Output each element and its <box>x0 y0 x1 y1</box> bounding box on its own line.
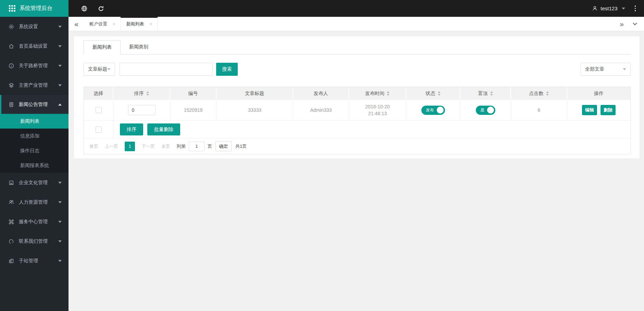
row-checkbox[interactable] <box>96 107 102 113</box>
page-first-link[interactable]: 首页 <box>89 143 98 149</box>
scroll-tabs-left-icon[interactable]: « <box>69 17 84 31</box>
refresh-icon[interactable] <box>98 5 104 12</box>
search-field-select[interactable]: 文章标题 <box>84 63 115 76</box>
close-tab-icon[interactable]: × <box>113 21 115 27</box>
window-tabbar: « 帐户设置 × 新闻列表 × » <box>69 17 644 31</box>
sort-arrows-icon[interactable] <box>387 91 389 96</box>
sidebar-item-system-settings[interactable]: 系统设置 <box>0 17 69 36</box>
table-row: 1520919 33333 Admin333 2018-10-20 21:48:… <box>84 100 630 121</box>
sidebar-item-about[interactable]: 关于路桥管理 <box>0 56 69 75</box>
chevron-down-icon <box>58 221 62 223</box>
goto-confirm-button[interactable]: 确定 <box>215 141 232 151</box>
bulk-actions-row: 排序 批量删除 <box>84 121 630 139</box>
info-icon <box>8 63 14 69</box>
close-tab-icon[interactable]: × <box>149 21 152 27</box>
sort-arrows-icon[interactable] <box>490 91 493 96</box>
username: test123 <box>600 5 617 11</box>
delete-button[interactable]: 删除 <box>600 105 616 115</box>
sidebar-item-service-center[interactable]: 服务中心管理 <box>0 212 69 231</box>
search-button[interactable]: 搜索 <box>216 63 238 76</box>
sort-arrows-icon[interactable] <box>438 91 441 96</box>
table-header-row: 选择 排序 编号 文章标题 发布人 发布时间 状态 置顶 点击数 操作 <box>84 87 630 100</box>
buildings-icon <box>8 258 14 264</box>
sidebar-item-industry[interactable]: 主营产业管理 <box>0 75 69 95</box>
user-menu[interactable]: test123 <box>592 5 625 11</box>
chevron-down-icon <box>58 65 62 67</box>
tab-list-dropdown-icon[interactable] <box>633 21 637 25</box>
goto-page-input[interactable] <box>189 142 205 151</box>
sidebar-subitem-info-add[interactable]: 信息添加 <box>0 129 69 143</box>
brand-header: 系统管理后台 <box>0 0 69 17</box>
publish-date: 2018-10-20 <box>365 103 390 110</box>
article-filter-select[interactable]: 全部文章 <box>581 63 631 76</box>
gear-icon <box>8 24 14 30</box>
headset-icon <box>8 238 14 244</box>
bulk-sort-button[interactable]: 排序 <box>120 123 143 135</box>
panel-tabs: 新闻列表 新闻类别 <box>84 40 631 55</box>
sidebar-item-label: 首页基础设置 <box>19 43 58 49</box>
sidebar-item-label: 新闻公告管理 <box>19 101 58 108</box>
more-menu-icon[interactable] <box>633 4 637 13</box>
sidebar-item-news-management[interactable]: 新闻公告管理 <box>0 95 69 114</box>
sort-arrows-icon[interactable] <box>146 91 149 96</box>
sort-arrows-icon[interactable] <box>546 91 549 96</box>
sidebar-subitem-news-report[interactable]: 新闻报表系统 <box>0 158 69 173</box>
col-header-pinned[interactable]: 置顶 <box>460 87 511 100</box>
sidebar-item-contact[interactable]: 联系我们管理 <box>0 231 69 251</box>
sidebar-nav: 系统设置 首页基础设置 关于路桥管理 主营产业管理 新闻公告管理 <box>0 17 69 311</box>
page-next-link[interactable]: 下一页 <box>141 143 155 149</box>
status-toggle-label: 发布 <box>426 107 434 113</box>
home-icon <box>8 43 14 49</box>
globe-icon[interactable] <box>81 5 88 12</box>
sidebar-subitem-operation-log[interactable]: 操作日志 <box>0 143 69 158</box>
sidebar-item-label: 系统设置 <box>19 24 58 30</box>
chevron-down-icon <box>623 68 626 70</box>
goto-prefix-label: 到第 <box>177 143 186 149</box>
sidebar-item-substation[interactable]: 子站管理 <box>0 251 69 271</box>
select-all-checkbox[interactable] <box>96 127 102 133</box>
sidebar-item-culture[interactable]: 企业文化管理 <box>0 173 69 192</box>
tab-account-settings[interactable]: 帐户设置 × <box>84 17 121 31</box>
sidebar-item-label: 子站管理 <box>19 258 58 264</box>
row-sort-input[interactable] <box>128 105 156 115</box>
status-toggle[interactable]: 发布 <box>421 106 445 115</box>
bulk-delete-button[interactable]: 批量删除 <box>147 123 180 135</box>
sidebar-subitem-news-list[interactable]: 新闻列表 <box>0 114 69 129</box>
panel-tab-label: 新闻类别 <box>129 44 148 49</box>
chevron-down-icon <box>58 260 62 262</box>
cell-publish-time: 2018-10-20 21:48:13 <box>349 100 406 120</box>
search-input[interactable] <box>120 63 213 76</box>
col-header-publish-time[interactable]: 发布时间 <box>349 87 406 100</box>
sidebar-item-hr[interactable]: 人力资源管理 <box>0 192 69 212</box>
sidebar-item-home-basic[interactable]: 首页基础设置 <box>0 36 69 56</box>
cell-title: 33333 <box>216 100 293 120</box>
pinned-toggle[interactable]: 是 <box>476 106 495 115</box>
news-panel-card: 新闻列表 新闻类别 文章标题 搜索 全部文章 <box>74 36 640 158</box>
col-header-clicks[interactable]: 点击数 <box>511 87 567 100</box>
page-last-link[interactable]: 末页 <box>161 143 170 149</box>
chevron-down-icon <box>58 201 62 203</box>
page-prev-link[interactable]: 上一页 <box>105 143 118 149</box>
panel-tab-news-category[interactable]: 新闻类别 <box>121 40 157 54</box>
col-header-status[interactable]: 状态 <box>406 87 460 100</box>
tab-label: 新闻列表 <box>126 21 144 27</box>
pinned-toggle-label: 是 <box>480 107 484 113</box>
col-header-sort[interactable]: 排序 <box>113 87 170 100</box>
col-header-title: 文章标题 <box>216 87 293 100</box>
sidebar-item-label: 主营产业管理 <box>19 82 58 88</box>
cell-publisher: Admin333 <box>293 100 349 120</box>
chevron-down-icon <box>622 8 625 10</box>
chevron-down-icon <box>58 182 62 184</box>
command-icon <box>8 219 14 225</box>
toggle-knob <box>437 107 444 113</box>
cell-select-all <box>84 121 113 138</box>
cell-actions: 编辑 删除 <box>567 100 630 120</box>
page-current[interactable]: 1 <box>125 142 135 151</box>
col-header-publisher: 发布人 <box>293 87 349 100</box>
scroll-tabs-right-icon[interactable]: » <box>620 20 624 28</box>
panel-tab-news-list[interactable]: 新闻列表 <box>84 40 121 55</box>
layers-icon <box>8 82 14 88</box>
tab-news-list[interactable]: 新闻列表 × <box>121 17 158 31</box>
bulk-actions: 排序 批量删除 <box>113 121 630 138</box>
edit-button[interactable]: 编辑 <box>582 105 597 115</box>
